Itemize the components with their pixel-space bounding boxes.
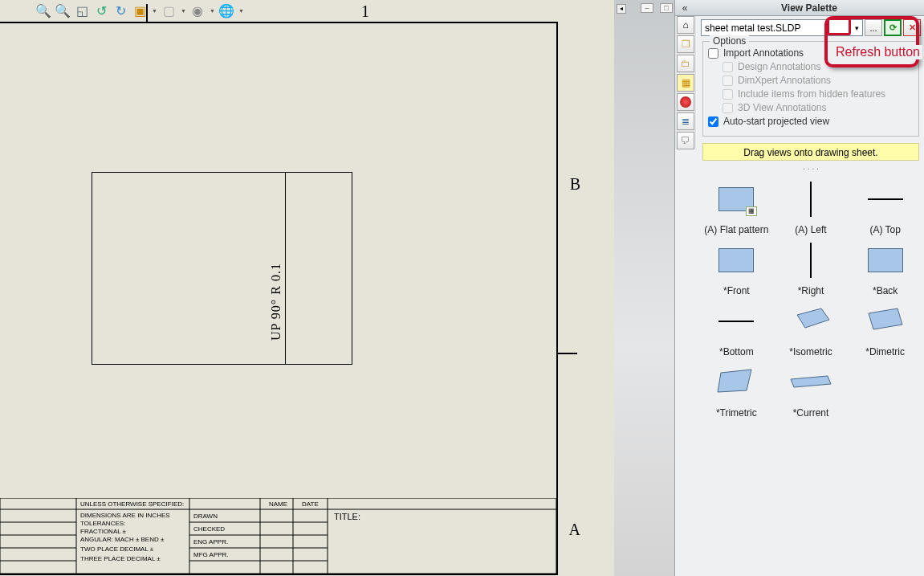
hidden-features-check: Include items from hidden features: [723, 88, 914, 100]
minimize-button[interactable]: –: [641, 3, 653, 13]
view-thumb: ▦: [710, 179, 763, 219]
zoom-fit-icon[interactable]: 🔍: [36, 3, 51, 18]
view-label: *Back: [873, 285, 898, 296]
view-item[interactable]: *Trimetric: [701, 362, 772, 419]
view-item[interactable]: (A) Left: [775, 179, 847, 235]
view-item[interactable]: *Right: [775, 240, 847, 296]
tab-forum[interactable]: 🗩: [677, 132, 694, 149]
tb-line3: ANGULAR: MACH ± BEND ±: [80, 536, 165, 543]
view-item[interactable]: (A) Top: [849, 179, 921, 235]
forum-icon: 🗩: [681, 135, 690, 146]
collapse-button[interactable]: «: [675, 3, 694, 13]
file-name: sheet metal test.SLDP: [705, 22, 800, 34]
tab-appearances[interactable]: [677, 93, 694, 111]
tab-view-palette[interactable]: ▦: [677, 74, 694, 92]
views-grid: ▦(A) Flat pattern(A) Left(A) Top*Front*R…: [701, 179, 921, 419]
splitter-handle[interactable]: . . . .: [698, 162, 924, 171]
view-item[interactable]: *Isometric: [775, 301, 847, 357]
view-item[interactable]: ▦(A) Flat pattern: [701, 179, 772, 235]
view-label: *Current: [793, 407, 829, 419]
view-thumb: [710, 301, 763, 341]
view-item[interactable]: *Back: [849, 240, 921, 296]
view-label: *Bottom: [719, 346, 754, 357]
tab-home[interactable]: ⌂: [677, 16, 694, 34]
clear-button[interactable]: ✕: [903, 19, 921, 36]
design-annotations-check: Design Annotations: [723, 61, 914, 72]
autostart-projected-check[interactable]: Auto-start projected view: [708, 116, 914, 127]
zone-label-b: B: [570, 176, 580, 192]
part-file-select[interactable]: sheet metal test.SLDP ▾: [701, 19, 863, 36]
section-view-icon[interactable]: ▣: [132, 3, 147, 18]
tb-line2: FRACTIONAL ±: [80, 528, 127, 535]
rotate-view-icon[interactable]: ↺: [94, 3, 108, 18]
view-thumb: [859, 179, 912, 219]
close-icon: ✕: [909, 22, 916, 33]
view-label: *Isometric: [789, 346, 832, 357]
hidden-features-label: Include items from hidden features: [738, 88, 885, 100]
view-item[interactable]: *Current: [775, 362, 847, 419]
tb-date: DATE: [302, 500, 319, 508]
dropdown-arrow-icon[interactable]: ▼: [181, 8, 185, 14]
tb-row3: MFG APPR.: [193, 551, 229, 558]
tab-custom-props[interactable]: ≣: [677, 112, 694, 130]
svg-marker-18: [869, 308, 902, 329]
zone-label-1: 1: [361, 3, 369, 19]
view-label: (A) Top: [869, 224, 900, 235]
tb-name: NAME: [269, 500, 287, 508]
appearance-icon[interactable]: 🌐: [219, 3, 234, 18]
3d-view-annotations-check: 3D View Annotations: [723, 102, 914, 113]
view-toolbar: 🔍 🔍 ◱ ↺ ↻ ▣▼ ▢▼ ◉▼ 🌐▼: [36, 2, 243, 19]
hidden-features-input: [723, 89, 733, 100]
taskpane-header: « View Palette: [675, 0, 924, 16]
import-annotations-input[interactable]: [708, 48, 718, 59]
autostart-projected-input[interactable]: [708, 116, 718, 127]
annotation-callout-text: Refresh button: [833, 45, 922, 59]
autostart-projected-label: Auto-start projected view: [723, 116, 829, 127]
view-item[interactable]: *Dimetric: [849, 301, 921, 357]
svg-marker-20: [791, 376, 831, 387]
view-label: *Front: [723, 285, 750, 296]
tb-title-label: TITLE:: [334, 512, 360, 521]
view-item[interactable]: *Bottom: [701, 301, 772, 357]
drawing-canvas[interactable]: 🔍 🔍 ◱ ↺ ↻ ▣▼ ▢▼ ◉▼ 🌐▼ 1 B A UP 90° R 0.1: [0, 0, 614, 576]
view-thumb: [710, 362, 763, 402]
display-style-icon[interactable]: ▢: [161, 3, 176, 18]
view-label: *Trimetric: [716, 407, 757, 419]
dropdown-arrow-icon[interactable]: ▼: [238, 8, 243, 14]
hide-show-icon[interactable]: ◉: [190, 3, 205, 18]
scroll-left-icon[interactable]: ◂: [617, 4, 626, 14]
svg-marker-17: [797, 308, 829, 328]
appearance-icon: [680, 96, 691, 108]
view-thumb: [859, 301, 912, 341]
view-label: (A) Left: [795, 224, 826, 235]
drawing-sheet-frame: 1 B A UP 90° R 0.1: [0, 22, 558, 575]
redo-view-icon[interactable]: ↻: [113, 3, 128, 18]
home-icon: ⌂: [682, 19, 688, 31]
zoom-window-icon[interactable]: ◱: [75, 3, 89, 18]
flat-pattern-view[interactable]: [92, 172, 352, 365]
view-label: *Right: [798, 285, 824, 296]
list-icon: ≣: [682, 116, 690, 127]
dropdown-arrow-icon[interactable]: ▼: [210, 8, 214, 14]
refresh-icon: ⟳: [889, 22, 897, 33]
tab-file-explorer[interactable]: 🗀: [677, 55, 694, 72]
zoom-area-icon[interactable]: 🔍: [55, 3, 70, 18]
view-item[interactable]: *Front: [701, 240, 772, 296]
design-annotations-input: [723, 62, 733, 72]
view-label: *Dimetric: [865, 346, 905, 357]
tb-line0: DIMENSIONS ARE IN INCHES: [80, 512, 170, 519]
browse-button[interactable]: ...: [865, 19, 882, 36]
view-thumb: [859, 240, 912, 280]
task-pane: « View Palette ⌂ ❒ 🗀 ▦ ≣ 🗩 sheet metal t…: [674, 0, 924, 576]
maximize-button[interactable]: □: [660, 3, 673, 13]
tb-row0: DRAWN: [193, 513, 218, 520]
chevron-down-icon: ▾: [855, 24, 859, 32]
dropdown-arrow-icon[interactable]: ▼: [152, 8, 157, 14]
svg-marker-19: [718, 370, 751, 392]
palette-icon: ▦: [682, 77, 690, 88]
tb-row2: ENG APPR.: [193, 538, 228, 545]
bend-note: UP 90° R 0.1: [270, 263, 283, 341]
tab-design-library[interactable]: ❒: [677, 35, 694, 53]
tb-line1: TOLERANCES:: [80, 520, 125, 527]
refresh-button[interactable]: ⟳: [884, 19, 902, 36]
